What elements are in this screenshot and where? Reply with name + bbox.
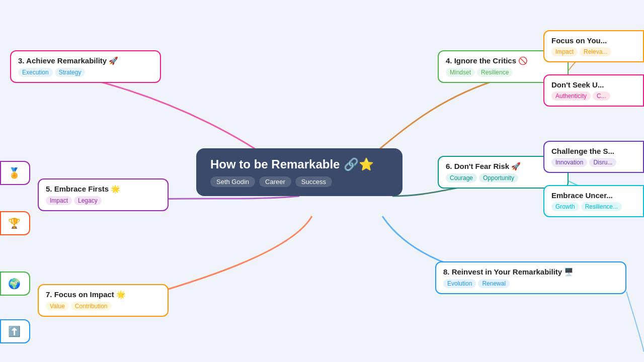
node4-tags: Mindset Resilience bbox=[446, 68, 560, 77]
tag-impact[interactable]: Impact bbox=[46, 196, 72, 205]
mind-map-canvas: How to be Remarkable 🔗⭐ Seth Godin Caree… bbox=[0, 0, 644, 362]
tag-legacy[interactable]: Legacy bbox=[74, 196, 102, 205]
tag-disru[interactable]: Disru... bbox=[589, 158, 616, 167]
globe-icon: 🌍 bbox=[8, 278, 21, 289]
tag-career[interactable]: Career bbox=[259, 176, 291, 187]
node4-label: 4. Ignore the Critics 🚫 bbox=[446, 56, 528, 65]
node-achieve-remarkability[interactable]: 3. Achieve Remarkability 🚀 Execution Str… bbox=[10, 50, 161, 83]
node8-tags: Evolution Renewal bbox=[443, 279, 618, 288]
center-node-icons: 🔗⭐ bbox=[344, 157, 374, 171]
tag-resilience[interactable]: Resilience bbox=[477, 68, 513, 77]
focus-you-title: Focus on You... bbox=[551, 36, 636, 45]
node5-label: 5. Embrace Firsts 🌟 bbox=[46, 185, 120, 194]
center-node-title: How to be Remarkable 🔗⭐ bbox=[210, 157, 388, 171]
tag-execution[interactable]: Execution bbox=[18, 68, 53, 77]
tag-releva[interactable]: Releva... bbox=[580, 47, 611, 56]
node7-label: 7. Focus on Impact 🌟 bbox=[46, 290, 126, 299]
tag-contribution[interactable]: Contribution bbox=[71, 302, 112, 311]
tag-growth[interactable]: Growth bbox=[551, 202, 579, 211]
node-challenge-status[interactable]: Challenge the S... Innovation Disru... bbox=[543, 141, 644, 173]
tag-renewal[interactable]: Renewal bbox=[478, 279, 510, 288]
tag-impact-right[interactable]: Impact bbox=[551, 47, 578, 56]
node6-tags: Courage Opportunity bbox=[446, 173, 560, 183]
up-icon: ⬆️ bbox=[8, 326, 21, 337]
trophy-icon: 🏆 bbox=[8, 218, 21, 229]
node-left-medal[interactable]: 🏅 bbox=[0, 161, 30, 185]
node3-tags: Execution Strategy bbox=[18, 68, 153, 77]
tag-c[interactable]: C... bbox=[593, 92, 610, 101]
node-left-trophy[interactable]: 🏆 bbox=[0, 211, 30, 235]
node-focus-impact[interactable]: 7. Focus on Impact 🌟 Value Contribution bbox=[38, 284, 169, 317]
node-focus-you[interactable]: Focus on You... Impact Releva... bbox=[543, 30, 644, 62]
center-node-tags: Seth Godin Career Success bbox=[210, 176, 388, 187]
tag-courage[interactable]: Courage bbox=[446, 173, 477, 183]
node-embrace-uncertainty[interactable]: Embrace Uncer... Growth Resilience... bbox=[543, 185, 644, 217]
tag-mindset[interactable]: Mindset bbox=[446, 68, 475, 77]
challenge-title: Challenge the S... bbox=[551, 147, 636, 155]
tag-resilience-right[interactable]: Resilience... bbox=[581, 202, 622, 211]
tag-authenticity[interactable]: Authenticity bbox=[551, 92, 591, 101]
tag-value[interactable]: Value bbox=[46, 302, 69, 311]
tag-innovation[interactable]: Innovation bbox=[551, 158, 587, 167]
node8-label: 8. Reinvest in Your Remarkability 🖥️ bbox=[443, 267, 574, 277]
node-reinvest[interactable]: 8. Reinvest in Your Remarkability 🖥️ Evo… bbox=[435, 261, 626, 294]
node5-tags: Impact Legacy bbox=[46, 196, 160, 205]
medal-icon: 🏅 bbox=[8, 167, 21, 178]
tag-seth-godin[interactable]: Seth Godin bbox=[210, 176, 255, 187]
node-left-globe[interactable]: 🌍 bbox=[0, 272, 30, 296]
node-dont-seek-u[interactable]: Don't Seek U... Authenticity C... bbox=[543, 74, 644, 107]
embrace-unc-title: Embrace Uncer... bbox=[551, 191, 636, 200]
center-node[interactable]: How to be Remarkable 🔗⭐ Seth Godin Caree… bbox=[196, 148, 403, 196]
node3-label: 3. Achieve Remarkability 🚀 bbox=[18, 56, 118, 65]
tag-evolution[interactable]: Evolution bbox=[443, 279, 476, 288]
tag-strategy[interactable]: Strategy bbox=[55, 68, 86, 77]
node-left-up[interactable]: ⬆️ bbox=[0, 319, 30, 343]
node6-label: 6. Don't Fear Risk 🚀 bbox=[446, 162, 521, 171]
node-embrace-firsts[interactable]: 5. Embrace Firsts 🌟 Impact Legacy bbox=[38, 178, 169, 211]
node7-tags: Value Contribution bbox=[46, 302, 160, 311]
tag-opportunity[interactable]: Opportunity bbox=[479, 173, 518, 183]
center-node-text: How to be Remarkable bbox=[210, 157, 340, 171]
tag-success[interactable]: Success bbox=[295, 176, 332, 187]
dont-seek-title: Don't Seek U... bbox=[551, 80, 636, 89]
